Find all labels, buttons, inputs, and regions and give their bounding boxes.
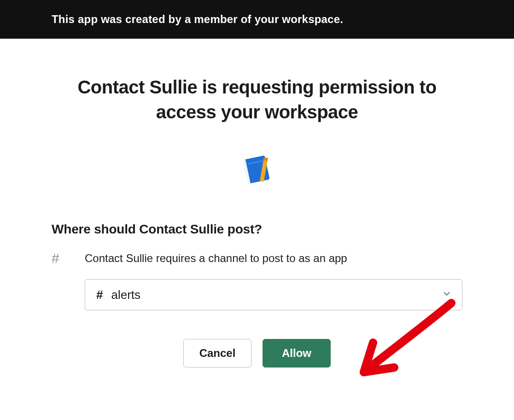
hash-icon: # — [96, 288, 103, 302]
channel-select-value: alerts — [111, 288, 140, 302]
action-buttons: Cancel Allow — [52, 339, 462, 368]
post-question: Where should Contact Sullie post? — [52, 222, 462, 237]
workspace-banner: This app was created by a member of your… — [0, 0, 514, 39]
permission-headline: Contact Sullie is requesting permission … — [52, 75, 462, 124]
channel-description-row: # Contact Sullie requires a channel to p… — [52, 251, 462, 265]
channel-description: Contact Sullie requires a channel to pos… — [85, 252, 347, 265]
channel-select[interactable]: # alerts — [85, 279, 462, 310]
chevron-down-icon — [442, 289, 452, 301]
allow-button[interactable]: Allow — [263, 339, 331, 368]
cancel-button-label: Cancel — [199, 347, 236, 360]
hash-icon: # — [52, 251, 68, 265]
main-content: Contact Sullie is requesting permission … — [0, 75, 514, 368]
cancel-button[interactable]: Cancel — [183, 339, 251, 368]
workspace-banner-text: This app was created by a member of your… — [52, 13, 343, 25]
allow-button-label: Allow — [282, 347, 311, 360]
app-icon — [239, 151, 275, 188]
app-icon-container — [52, 151, 462, 188]
